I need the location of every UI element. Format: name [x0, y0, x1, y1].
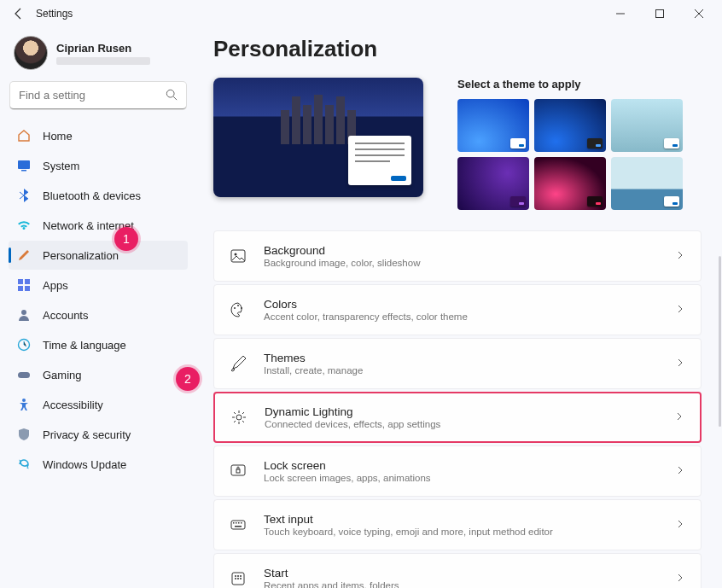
svg-point-15	[237, 305, 239, 306]
svg-rect-4	[18, 279, 23, 284]
setting-desc: Background image, color, slideshow	[264, 258, 675, 268]
minimize-button[interactable]	[601, 2, 640, 26]
search-input[interactable]	[10, 82, 186, 109]
svg-rect-10	[18, 372, 30, 378]
svg-rect-22	[236, 522, 237, 524]
chevron-right-icon	[675, 517, 685, 533]
nav-apps[interactable]: Apps	[9, 271, 188, 300]
profile-email-redacted	[56, 57, 150, 65]
chevron-right-icon	[675, 248, 685, 264]
svg-rect-21	[233, 522, 235, 524]
nav-label: Windows Update	[43, 458, 126, 471]
theme-picker: Select a theme to apply	[457, 78, 715, 210]
nav-bluetooth[interactable]: Bluetooth & devices	[9, 181, 188, 210]
svg-rect-5	[25, 279, 30, 284]
setting-desc: Lock screen images, apps, animations	[264, 473, 675, 483]
setting-title: Dynamic Lighting	[265, 405, 674, 418]
wifi-icon	[17, 218, 31, 232]
setting-title: Text input	[264, 513, 675, 526]
close-button[interactable]	[679, 2, 719, 26]
setting-themes[interactable]: Themes Install, create, manage	[213, 338, 702, 389]
setting-title: Themes	[264, 352, 675, 364]
nav-accounts[interactable]: Accounts	[9, 300, 188, 329]
theme-option-4[interactable]	[457, 157, 529, 210]
theme-option-6[interactable]	[611, 157, 683, 210]
setting-title: Start	[264, 567, 675, 579]
title-bar: Settings	[0, 0, 722, 27]
svg-rect-24	[241, 522, 242, 524]
svg-rect-19	[236, 469, 240, 473]
svg-point-16	[241, 307, 242, 309]
scrollbar[interactable]	[719, 256, 721, 427]
light-icon	[230, 409, 247, 426]
svg-point-32	[240, 578, 242, 579]
setting-lock-screen[interactable]: Lock screen Lock screen images, apps, an…	[213, 445, 702, 497]
setting-background[interactable]: Background Background image, color, slid…	[213, 230, 702, 282]
close-icon	[695, 9, 703, 18]
brush-icon	[230, 355, 247, 372]
nav-label: Home	[43, 130, 73, 143]
nav-label: Gaming	[43, 369, 82, 381]
setting-desc: Accent color, transparency effects, colo…	[264, 311, 675, 322]
svg-point-11	[22, 399, 26, 402]
setting-title: Lock screen	[264, 459, 675, 472]
setting-colors[interactable]: Colors Accent color, transparency effect…	[213, 284, 702, 335]
arrow-left-icon	[12, 7, 26, 20]
window-controls	[601, 2, 719, 26]
search-box	[10, 82, 186, 109]
theme-option-2[interactable]	[534, 99, 606, 152]
svg-point-17	[236, 415, 242, 420]
setting-text-input[interactable]: Text input Touch keyboard, voice typing,…	[213, 499, 702, 550]
nav-system[interactable]: System	[9, 151, 188, 180]
nav-label: System	[43, 160, 79, 172]
svg-rect-6	[18, 286, 23, 291]
page-title: Personalization	[213, 36, 715, 62]
nav-update[interactable]: Windows Update	[9, 450, 188, 479]
svg-rect-20	[231, 521, 245, 529]
svg-point-29	[240, 575, 242, 577]
profile-block[interactable]: Ciprian Rusen	[9, 32, 188, 82]
nav-network[interactable]: Network & internet	[9, 211, 188, 240]
paintbrush-icon	[17, 248, 31, 262]
svg-rect-2	[18, 160, 30, 169]
nav-gaming[interactable]: Gaming	[9, 360, 188, 389]
nav-privacy[interactable]: Privacy & security	[9, 420, 188, 449]
nav: Home System Bluetooth & devices Network …	[9, 121, 188, 479]
chevron-right-icon	[675, 571, 685, 586]
theme-option-1[interactable]	[457, 99, 529, 152]
shield-icon	[17, 428, 31, 441]
svg-rect-25	[235, 526, 242, 527]
setting-start[interactable]: Start Recent apps and items, folders	[213, 553, 702, 588]
theme-option-5[interactable]	[534, 157, 606, 210]
svg-point-1	[166, 90, 174, 97]
nav-label: Accounts	[43, 309, 88, 322]
svg-point-27	[235, 575, 236, 577]
nav-label: Privacy & security	[43, 428, 131, 441]
chevron-right-icon	[674, 410, 684, 425]
maximize-icon	[655, 9, 664, 18]
nav-label: Accessibility	[43, 399, 103, 411]
setting-desc: Touch keyboard, voice typing, emoji and …	[264, 527, 675, 537]
setting-desc: Recent apps and items, folders	[264, 580, 675, 588]
update-icon	[17, 457, 31, 471]
theme-option-3[interactable]	[611, 99, 683, 152]
profile-name: Ciprian Rusen	[56, 42, 150, 55]
nav-time[interactable]: Time & language	[9, 330, 188, 359]
nav-accessibility[interactable]: Accessibility	[9, 390, 188, 419]
setting-dynamic-lighting[interactable]: Dynamic Lighting Connected devices, effe…	[213, 392, 702, 443]
back-button[interactable]	[12, 7, 26, 20]
setting-desc: Connected devices, effects, app settings	[265, 419, 674, 429]
nav-label: Time & language	[43, 339, 126, 352]
maximize-button[interactable]	[640, 2, 679, 26]
gamepad-icon	[17, 368, 31, 381]
nav-personalization[interactable]: Personalization	[9, 241, 188, 270]
theme-area: Select a theme to apply	[213, 78, 715, 210]
annotation-marker-1: 1	[114, 227, 138, 251]
keyboard-icon	[230, 516, 247, 533]
svg-point-13	[235, 253, 237, 256]
nav-home[interactable]: Home	[9, 121, 188, 150]
clock-globe-icon	[17, 338, 31, 352]
accessibility-icon	[17, 398, 31, 411]
settings-list: Background Background image, color, slid…	[213, 230, 715, 588]
person-icon	[17, 308, 31, 322]
